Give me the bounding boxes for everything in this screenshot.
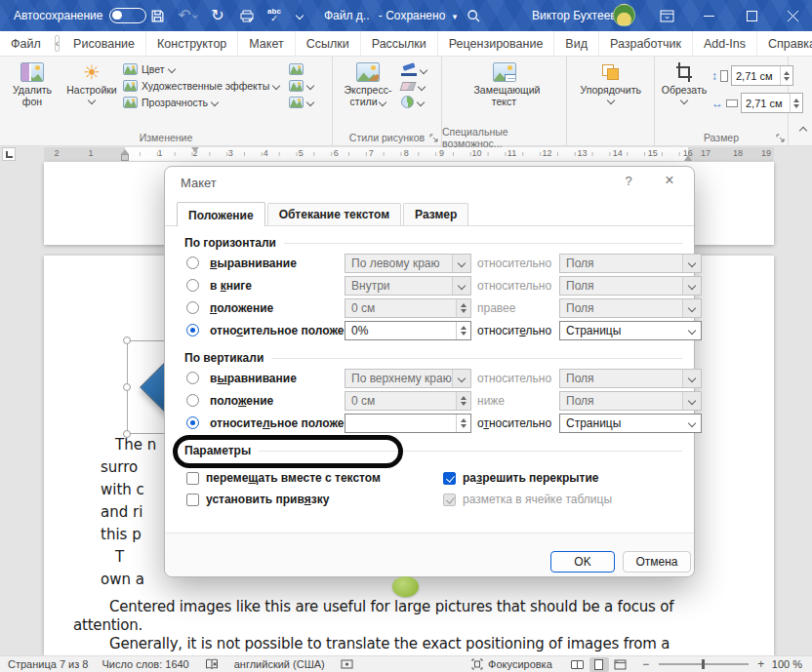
dialog-launcher-icon[interactable] [776,134,785,142]
picture-layout-button[interactable] [401,96,426,108]
ribbon-tab[interactable]: Справка [756,31,812,56]
proofing-errors-icon[interactable] [203,657,221,672]
book-layout-dropdown[interactable]: Внутри [345,276,471,296]
ribbon-tab[interactable]: Вид [553,31,598,56]
tab-stop-selector[interactable] [2,147,16,161]
dialog-launcher-icon[interactable] [429,134,438,142]
move-with-text-checkbox[interactable]: перемещать вместе с текстом [186,468,381,488]
alt-text-button[interactable]: Замещающий текст [464,60,546,109]
reset-picture-button[interactable] [289,97,313,108]
zoom-level[interactable]: 100 % [772,658,802,670]
zoom-slider-thumb[interactable] [702,659,705,669]
zoom-slider[interactable] [659,663,749,665]
search-icon[interactable] [461,0,486,31]
ribbon-tab[interactable]: Ссылки [295,31,360,56]
cancel-button[interactable]: Отмена [623,551,691,573]
radio-absolute-position-v[interactable] [186,394,199,407]
alignment-dropdown[interactable]: По верхнему краю [345,369,471,388]
minimize-button[interactable] [689,0,728,31]
qat-more-icon[interactable] [287,0,312,31]
picture-border-button[interactable] [401,63,426,77]
save-icon[interactable] [144,0,170,31]
print-layout-icon[interactable] [589,657,609,672]
zoom-in-button[interactable]: + [756,657,766,671]
picture-effects-button[interactable] [401,82,426,91]
page-indicator[interactable]: Страница 7 из 8 [8,658,88,670]
ribbon-tab[interactable]: Макет [237,31,294,56]
focus-mode-button[interactable]: Фокусировка [471,658,552,670]
tab-scroll-left[interactable]: ‹ [55,35,60,52]
word-count[interactable]: Число слов: 1640 [102,658,188,670]
artistic-effects-button[interactable]: Художественные эффекты [123,80,287,92]
relative-to-dropdown[interactable]: Страницы [559,414,702,433]
ok-button[interactable]: OK [550,551,615,573]
redo-icon[interactable]: ↻ [205,0,230,31]
radio-book-layout[interactable] [186,279,199,292]
language-indicator[interactable]: английский (США) [234,658,325,670]
ribbon-tab[interactable]: Add-Ins [692,31,756,56]
absolute-position-spinner[interactable]: 0 см [345,391,471,411]
radio-relative-position-v[interactable] [186,416,199,429]
ribbon-display-options-icon[interactable] [650,0,683,31]
horizontal-ruler[interactable]: 2 1 12345678910111213141516 17 18 19 [44,147,774,161]
right-indent-marker[interactable] [684,155,692,161]
read-mode-icon[interactable] [568,657,588,672]
compress-pictures-button[interactable] [289,63,313,75]
radio-absolute-position[interactable] [186,301,199,314]
dialog-close-button[interactable]: × [659,172,680,189]
relative-position-spinner[interactable]: 0% [345,321,471,340]
dialog-help-button[interactable]: ? [620,174,637,188]
ribbon-tab[interactable]: Конструктор [145,31,237,56]
user-avatar[interactable] [613,4,635,26]
close-button[interactable] [773,0,812,31]
print-icon[interactable] [234,0,260,31]
maximize-button[interactable] [732,0,771,31]
remove-background-button[interactable]: Удалить фон [4,60,61,109]
quick-styles-button[interactable]: Экспресс-стили [337,60,399,109]
relative-to-dropdown[interactable]: Поля [559,276,702,296]
change-picture-button[interactable] [289,80,313,92]
tab-file[interactable]: Файл [0,31,52,56]
relative-to-dropdown[interactable]: Поля [559,298,702,318]
tab-text-wrapping[interactable]: Обтекание текстом [267,203,401,225]
relative-to-dropdown[interactable]: Поля [559,369,702,388]
relative-position-spinner[interactable] [345,414,471,433]
tab-size[interactable]: Размер [403,203,468,225]
transparency-button[interactable]: Прозрачность [123,97,287,108]
allow-overlap-checkbox[interactable]: разрешить перекрытие [443,468,599,488]
relative-to-dropdown[interactable]: Поля [559,391,702,411]
radio-alignment-v[interactable] [186,372,199,384]
selection-handle[interactable] [123,430,131,438]
spelling-icon[interactable]: abc✓ [262,0,287,31]
macro-record-icon[interactable] [339,657,356,672]
alignment-dropdown[interactable]: По левому краю [345,254,471,273]
first-line-indent-marker[interactable] [191,147,199,152]
web-layout-icon[interactable] [611,657,630,672]
adjust-button[interactable]: ☀ Настройки [62,60,121,105]
shape-height-input[interactable]: 2,71 см [731,65,793,86]
absolute-position-spinner[interactable]: 0 см [345,298,471,318]
user-name[interactable]: Виктор Бухтеев [532,9,617,22]
tab-position[interactable]: Положение [177,202,265,226]
autosave-toggle[interactable] [109,8,146,23]
save-status[interactable]: - Сохранено [379,9,445,22]
zoom-out-button[interactable]: − [641,657,651,671]
relative-to-dropdown[interactable]: Поля [559,254,702,273]
ribbon-tab[interactable]: Рисование [62,31,145,56]
ribbon-tab[interactable]: Рассылки [360,31,437,56]
crop-button[interactable]: Обрезать [659,60,710,105]
radio-alignment[interactable] [186,257,199,269]
layout-in-table-checkbox[interactable]: разметка в ячейке таблицы [443,490,612,509]
ribbon-tab[interactable]: Рецензирование [437,31,554,56]
color-button[interactable]: Цвет [123,63,287,75]
selection-handle[interactable] [123,336,131,344]
relative-to-dropdown[interactable]: Страницы [559,321,702,340]
left-indent-marker[interactable] [121,154,129,161]
document-title-area[interactable]: Файл д.. - Сохранено ▾ [324,9,457,22]
undo-icon[interactable]: ↶ [172,0,203,31]
arrange-button[interactable]: Упорядочить [572,60,650,105]
ribbon-tab[interactable]: Разработчик [598,31,692,56]
radio-relative-position[interactable] [186,324,199,336]
selection-handle[interactable] [123,383,131,391]
lock-anchor-checkbox[interactable]: установить привязку [186,490,329,509]
